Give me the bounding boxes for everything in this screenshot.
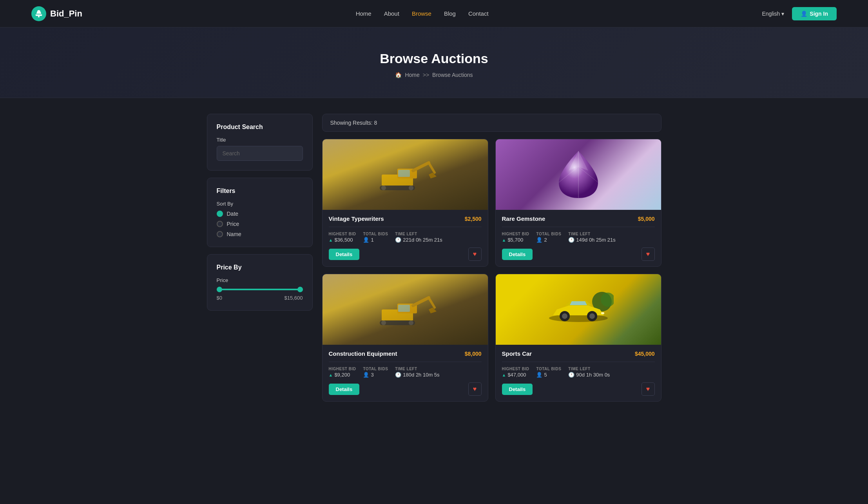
card-body-2: Construction Equipment $8,000 HIGHEST BI… — [323, 345, 488, 401]
stat-highest-bid-value-3: ▲ $47,000 — [502, 372, 529, 378]
stat-highest-bid-1: HIGHEST BID ▲ $5,700 — [502, 232, 529, 243]
details-button-3[interactable]: Details — [502, 384, 533, 395]
card-footer-0: Details ♥ — [329, 247, 482, 261]
navbar: Bid_Pin Home About Browse Blog Contact E… — [0, 0, 868, 27]
sort-name-option[interactable]: Name — [217, 231, 303, 237]
sort-price-option[interactable]: Price — [217, 221, 303, 227]
filters-card: Filters Sort By Date Price Name — [207, 178, 313, 247]
sort-radio-group: Date Price Name — [217, 211, 303, 237]
home-icon: 🏠 — [395, 72, 402, 78]
details-button-1[interactable]: Details — [502, 249, 533, 260]
language-selector[interactable]: English ▾ — [762, 11, 784, 17]
price-range-track — [217, 289, 303, 290]
stat-highest-bid-value-2: ▲ $9,200 — [329, 372, 356, 378]
card-image-1 — [496, 139, 661, 210]
nav-contact[interactable]: Contact — [468, 10, 489, 17]
svg-rect-0 — [38, 16, 40, 17]
stat-total-bids-label-1: TOTAL BIDS — [536, 232, 561, 236]
stat-highest-bid-label-2: HIGHEST BID — [329, 367, 356, 371]
stat-highest-bid-label-3: HIGHEST BID — [502, 367, 529, 371]
auction-grid: Vintage Typewriters $2,500 HIGHEST BID ▲… — [322, 139, 661, 402]
nav-links: Home About Browse Blog Contact — [356, 10, 489, 17]
card-title-2: Construction Equipment — [329, 350, 397, 357]
clock-icon-1: 🕐 — [568, 237, 574, 243]
svg-line-16 — [429, 298, 435, 307]
stat-total-bids-value-1: 👤 2 — [536, 237, 561, 243]
stat-time-left-1: TIME LEFT 🕐 149d 0h 25m 21s — [568, 232, 615, 243]
sort-price-radio — [217, 221, 223, 227]
breadcrumb-current: Browse Auctions — [432, 72, 473, 78]
stat-total-bids-value-2: 👤 3 — [363, 372, 388, 378]
svg-point-19 — [409, 320, 413, 325]
range-thumb-max[interactable] — [297, 287, 303, 292]
breadcrumb-home[interactable]: Home — [405, 72, 419, 78]
product-search-title: Product Search — [217, 124, 303, 131]
arrow-up-icon-0: ▲ — [329, 238, 333, 242]
card-price-1: $5,000 — [638, 216, 655, 222]
nav-about[interactable]: About — [384, 10, 399, 17]
stat-highest-bid-0: HIGHEST BID ▲ $36,500 — [329, 232, 356, 243]
stat-time-left-0: TIME LEFT 🕐 221d 0h 25m 21s — [395, 232, 442, 243]
stat-total-bids-value-0: 👤 1 — [363, 237, 388, 243]
sort-date-option[interactable]: Date — [217, 211, 303, 217]
user-icon: 👤 — [801, 11, 807, 17]
card-title-row-0: Vintage Typewriters $2,500 — [329, 215, 482, 222]
brand-logo-link[interactable]: Bid_Pin — [31, 6, 82, 21]
details-button-0[interactable]: Details — [329, 249, 360, 260]
stat-total-bids-2: TOTAL BIDS 👤 3 — [363, 367, 388, 378]
sort-price-label: Price — [227, 221, 239, 227]
breadcrumb: 🏠 Home >> Browse Auctions — [8, 72, 860, 78]
stat-total-bids-label-3: TOTAL BIDS — [536, 367, 561, 371]
svg-point-8 — [409, 186, 413, 190]
arrow-up-icon-2: ▲ — [329, 373, 333, 377]
card-image-0 — [323, 139, 488, 210]
svg-point-7 — [381, 186, 386, 190]
stat-time-left-value-2: 🕐 180d 2h 10m 5s — [395, 372, 439, 378]
stat-highest-bid-label-0: HIGHEST BID — [329, 232, 356, 236]
signin-button[interactable]: 👤 Sign In — [792, 7, 837, 20]
stat-time-left-label-3: TIME LEFT — [568, 367, 610, 371]
brand-logo-icon — [31, 6, 46, 21]
arrow-up-icon-1: ▲ — [502, 238, 506, 242]
wishlist-button-0[interactable]: ♥ — [468, 247, 482, 261]
stat-total-bids-label-2: TOTAL BIDS — [363, 367, 388, 371]
card-stats-2: HIGHEST BID ▲ $9,200 TOTAL BIDS 👤 3 — [329, 362, 482, 378]
nav-browse[interactable]: Browse — [412, 10, 431, 17]
arrow-up-icon-3: ▲ — [502, 373, 506, 377]
results-area: Showing Results: 8 — [322, 114, 661, 402]
card-price-3: $45,000 — [635, 351, 655, 357]
card-body-1: Rare Gemstone $5,000 HIGHEST BID ▲ $5,70… — [496, 210, 661, 266]
price-label: Price — [217, 277, 303, 283]
card-footer-1: Details ♥ — [502, 247, 655, 261]
range-fill — [217, 289, 303, 290]
stat-time-left-value-3: 🕐 90d 1h 30m 0s — [568, 372, 610, 378]
svg-line-5 — [429, 163, 435, 173]
stat-time-left-2: TIME LEFT 🕐 180d 2h 10m 5s — [395, 367, 439, 378]
svg-rect-14 — [398, 305, 410, 312]
sort-date-label: Date — [227, 211, 239, 217]
svg-rect-27 — [601, 312, 604, 314]
page-title: Browse Auctions — [8, 51, 860, 66]
search-input[interactable] — [217, 146, 303, 161]
people-icon-0: 👤 — [363, 237, 369, 243]
people-icon-3: 👤 — [536, 372, 542, 378]
details-button-2[interactable]: Details — [329, 384, 360, 395]
showing-results: Showing Results: 8 — [330, 120, 377, 126]
wishlist-button-1[interactable]: ♥ — [641, 247, 655, 261]
nav-blog[interactable]: Blog — [444, 10, 456, 17]
brand-name: Bid_Pin — [50, 9, 82, 19]
card-stats-1: HIGHEST BID ▲ $5,700 TOTAL BIDS 👤 2 — [502, 227, 655, 243]
sort-date-radio — [217, 211, 223, 217]
wishlist-button-3[interactable]: ♥ — [641, 382, 655, 396]
stat-total-bids-0: TOTAL BIDS 👤 1 — [363, 232, 388, 243]
wishlist-button-2[interactable]: ♥ — [468, 382, 482, 396]
clock-icon-2: 🕐 — [395, 372, 401, 378]
svg-line-4 — [413, 163, 429, 171]
sort-name-radio — [217, 231, 223, 237]
range-thumb-min[interactable] — [217, 287, 222, 292]
stat-highest-bid-2: HIGHEST BID ▲ $9,200 — [329, 367, 356, 378]
price-max: $15,600 — [285, 295, 303, 301]
nav-home[interactable]: Home — [356, 10, 371, 17]
stat-total-bids-3: TOTAL BIDS 👤 5 — [536, 367, 561, 378]
results-header: Showing Results: 8 — [322, 114, 661, 132]
